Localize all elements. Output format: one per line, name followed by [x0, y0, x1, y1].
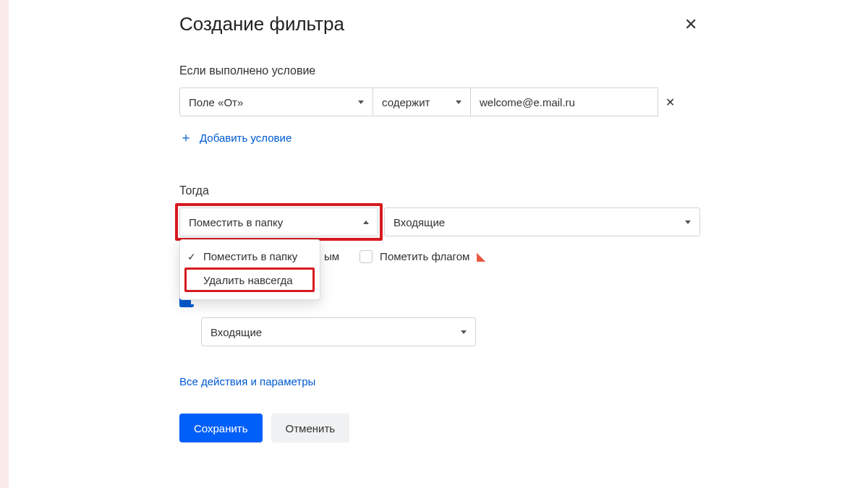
- action-select-value: Поместить в папку: [189, 216, 283, 228]
- add-condition-label: Добавить условие: [200, 132, 292, 144]
- condition-value-input[interactable]: welcome@e.mail.ru: [471, 87, 658, 116]
- sub-folder-value: Входящие: [210, 326, 262, 338]
- obscured-options-row: ым Пометить флагом ◣: [324, 249, 485, 263]
- remove-condition-icon[interactable]: ✕: [658, 87, 681, 116]
- chevron-down-icon: [358, 100, 364, 104]
- all-actions-link[interactable]: Все действия и параметры: [179, 375, 315, 388]
- action-select[interactable]: Поместить в папку: [179, 207, 378, 236]
- create-filter-dialog: Создание фильтра ✕ Если выполнено услови…: [179, 0, 700, 442]
- action-dropdown: ✓ Поместить в папку Удалить навсегда: [179, 239, 320, 300]
- save-button[interactable]: Сохранить: [179, 414, 263, 442]
- left-accent-stripe: [0, 0, 9, 488]
- condition-operator-value: содержит: [382, 96, 430, 108]
- dialog-title: Создание фильтра: [179, 13, 344, 35]
- add-condition-button[interactable]: ＋ Добавить условие: [179, 131, 292, 144]
- sub-folder-select[interactable]: Входящие: [201, 317, 476, 346]
- close-icon[interactable]: ✕: [681, 14, 700, 35]
- target-folder-wrapper: Входящие: [384, 207, 700, 236]
- dropdown-option-delete-forever[interactable]: Удалить навсегда: [180, 268, 320, 292]
- condition-section-label: Если выполнено условие: [179, 64, 700, 77]
- cancel-button[interactable]: Отменить: [271, 414, 350, 442]
- target-folder-select[interactable]: Входящие: [384, 207, 700, 236]
- condition-field-value: Поле «От»: [189, 96, 243, 108]
- chevron-up-icon: [363, 221, 369, 224]
- dialog-header: Создание фильтра ✕: [179, 0, 700, 35]
- chevron-down-icon: [456, 100, 461, 104]
- condition-row: Поле «От» содержит welcome@e.mail.ru ✕: [179, 87, 700, 116]
- flag-icon: ◣: [477, 249, 485, 263]
- action-select-wrapper: Поместить в папку ✓ Поместить в папку Уд…: [179, 207, 378, 236]
- dropdown-option-move-to-folder[interactable]: ✓ Поместить в папку: [180, 244, 320, 268]
- condition-operator-select[interactable]: содержит: [373, 87, 471, 116]
- partial-hidden-text: ым: [324, 250, 339, 262]
- dropdown-option-label: Удалить навсегда: [203, 274, 293, 286]
- sub-folder-row: Входящие: [201, 317, 476, 346]
- dialog-footer: Сохранить Отменить: [179, 414, 700, 442]
- action-row: Поместить в папку ✓ Поместить в папку Уд…: [179, 207, 700, 236]
- flag-label: Пометить флагом: [380, 250, 469, 262]
- chevron-down-icon: [685, 221, 691, 224]
- chevron-down-icon: [461, 330, 467, 334]
- then-section-label: Тогда: [179, 184, 700, 197]
- condition-value-text: welcome@e.mail.ru: [480, 96, 575, 108]
- check-icon: ✓: [187, 251, 197, 262]
- flag-checkbox[interactable]: [359, 250, 373, 263]
- target-folder-value: Входящие: [393, 216, 445, 228]
- plus-icon: ＋: [179, 131, 192, 144]
- dropdown-option-label: Поместить в папку: [203, 250, 297, 262]
- condition-field-select[interactable]: Поле «От»: [179, 87, 373, 116]
